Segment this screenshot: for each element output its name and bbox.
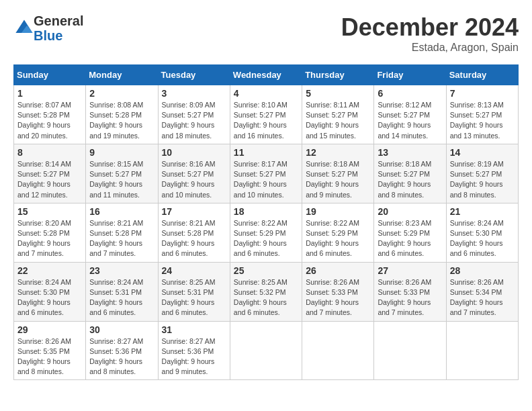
day-info: Sunrise: 8:24 AMSunset: 5:30 PMDaylight:… [450, 219, 504, 258]
table-row: 20 Sunrise: 8:23 AMSunset: 5:29 PMDaylig… [374, 203, 446, 262]
calendar-table: Sunday Monday Tuesday Wednesday Thursday… [13, 64, 519, 380]
table-row: 23 Sunrise: 8:24 AMSunset: 5:31 PMDaylig… [86, 262, 158, 321]
day-info: Sunrise: 8:16 AMSunset: 5:27 PMDaylight:… [162, 160, 216, 199]
table-row: 27 Sunrise: 8:26 AMSunset: 5:33 PMDaylig… [374, 262, 446, 321]
day-info: Sunrise: 8:21 AMSunset: 5:28 PMDaylight:… [89, 219, 143, 258]
table-row: 19 Sunrise: 8:22 AMSunset: 5:29 PMDaylig… [302, 203, 374, 262]
table-row: 31 Sunrise: 8:27 AMSunset: 5:36 PMDaylig… [158, 321, 230, 380]
table-row: 4 Sunrise: 8:10 AMSunset: 5:27 PMDayligh… [230, 85, 302, 144]
table-row [230, 321, 302, 380]
logo-text: General Blue [34, 13, 83, 43]
day-number: 13 [378, 147, 442, 158]
table-row: 15 Sunrise: 8:20 AMSunset: 5:28 PMDaylig… [14, 203, 86, 262]
day-number: 11 [234, 147, 298, 158]
day-info: Sunrise: 8:19 AMSunset: 5:27 PMDaylight:… [450, 160, 504, 199]
table-row: 17 Sunrise: 8:21 AMSunset: 5:28 PMDaylig… [158, 203, 230, 262]
table-row: 10 Sunrise: 8:16 AMSunset: 5:27 PMDaylig… [158, 144, 230, 203]
table-row: 2 Sunrise: 8:08 AMSunset: 5:28 PMDayligh… [86, 85, 158, 144]
day-number: 8 [17, 147, 82, 158]
table-row: 29 Sunrise: 8:26 AMSunset: 5:35 PMDaylig… [14, 321, 86, 380]
day-number: 17 [162, 206, 226, 217]
day-info: Sunrise: 8:14 AMSunset: 5:27 PMDaylight:… [17, 160, 71, 199]
day-info: Sunrise: 8:26 AMSunset: 5:33 PMDaylight:… [306, 278, 359, 317]
day-info: Sunrise: 8:25 AMSunset: 5:32 PMDaylight:… [234, 278, 287, 317]
day-info: Sunrise: 8:17 AMSunset: 5:27 PMDaylight:… [234, 160, 287, 199]
day-info: Sunrise: 8:12 AMSunset: 5:27 PMDaylight:… [378, 101, 431, 140]
day-number: 23 [89, 265, 154, 276]
page-header: General Blue December 2024 Estada, Arago… [13, 13, 519, 54]
col-friday: Friday [374, 65, 446, 85]
day-info: Sunrise: 8:26 AMSunset: 5:33 PMDaylight:… [378, 278, 431, 317]
day-number: 10 [162, 147, 226, 158]
day-info: Sunrise: 8:10 AMSunset: 5:27 PMDaylight:… [234, 101, 287, 140]
day-number: 28 [450, 265, 515, 276]
table-row: 11 Sunrise: 8:17 AMSunset: 5:27 PMDaylig… [230, 144, 302, 203]
table-row: 16 Sunrise: 8:21 AMSunset: 5:28 PMDaylig… [86, 203, 158, 262]
table-row: 30 Sunrise: 8:27 AMSunset: 5:36 PMDaylig… [86, 321, 158, 380]
table-row: 1 Sunrise: 8:07 AMSunset: 5:28 PMDayligh… [14, 85, 86, 144]
day-number: 12 [306, 147, 370, 158]
table-row: 28 Sunrise: 8:26 AMSunset: 5:34 PMDaylig… [446, 262, 518, 321]
day-number: 9 [89, 147, 154, 158]
table-row [302, 321, 374, 380]
table-row: 13 Sunrise: 8:18 AMSunset: 5:27 PMDaylig… [374, 144, 446, 203]
day-number: 16 [89, 206, 154, 217]
day-info: Sunrise: 8:27 AMSunset: 5:36 PMDaylight:… [162, 337, 216, 376]
day-number: 20 [378, 206, 442, 217]
day-number: 22 [17, 265, 82, 276]
calendar-week-row: 22 Sunrise: 8:24 AMSunset: 5:30 PMDaylig… [14, 262, 519, 321]
day-info: Sunrise: 8:21 AMSunset: 5:28 PMDaylight:… [162, 219, 216, 258]
col-tuesday: Tuesday [158, 65, 230, 85]
col-thursday: Thursday [302, 65, 374, 85]
day-number: 7 [450, 88, 515, 99]
day-number: 2 [89, 88, 154, 99]
day-info: Sunrise: 8:08 AMSunset: 5:28 PMDaylight:… [89, 101, 143, 140]
table-row: 14 Sunrise: 8:19 AMSunset: 5:27 PMDaylig… [446, 144, 518, 203]
table-row: 22 Sunrise: 8:24 AMSunset: 5:30 PMDaylig… [14, 262, 86, 321]
day-info: Sunrise: 8:18 AMSunset: 5:27 PMDaylight:… [378, 160, 431, 199]
day-info: Sunrise: 8:07 AMSunset: 5:28 PMDaylight:… [17, 101, 71, 140]
table-row: 3 Sunrise: 8:09 AMSunset: 5:27 PMDayligh… [158, 85, 230, 144]
day-number: 26 [306, 265, 370, 276]
day-number: 4 [234, 88, 298, 99]
day-info: Sunrise: 8:25 AMSunset: 5:31 PMDaylight:… [162, 278, 216, 317]
month-title: December 2024 [341, 13, 519, 42]
logo-blue-text: Blue [34, 28, 83, 43]
table-row: 18 Sunrise: 8:22 AMSunset: 5:29 PMDaylig… [230, 203, 302, 262]
logo-icon [15, 19, 34, 38]
calendar-week-row: 15 Sunrise: 8:20 AMSunset: 5:28 PMDaylig… [14, 203, 519, 262]
day-number: 29 [17, 324, 82, 335]
day-number: 27 [378, 265, 442, 276]
day-number: 21 [450, 206, 515, 217]
calendar-week-row: 1 Sunrise: 8:07 AMSunset: 5:28 PMDayligh… [14, 85, 519, 144]
table-row: 24 Sunrise: 8:25 AMSunset: 5:31 PMDaylig… [158, 262, 230, 321]
table-row: 12 Sunrise: 8:18 AMSunset: 5:27 PMDaylig… [302, 144, 374, 203]
day-info: Sunrise: 8:11 AMSunset: 5:27 PMDaylight:… [306, 101, 359, 140]
table-row: 9 Sunrise: 8:15 AMSunset: 5:27 PMDayligh… [86, 144, 158, 203]
table-row: 21 Sunrise: 8:24 AMSunset: 5:30 PMDaylig… [446, 203, 518, 262]
calendar-header-row: Sunday Monday Tuesday Wednesday Thursday… [14, 65, 519, 85]
day-info: Sunrise: 8:09 AMSunset: 5:27 PMDaylight:… [162, 101, 216, 140]
day-info: Sunrise: 8:22 AMSunset: 5:29 PMDaylight:… [234, 219, 287, 258]
day-number: 18 [234, 206, 298, 217]
day-info: Sunrise: 8:23 AMSunset: 5:29 PMDaylight:… [378, 219, 431, 258]
calendar-week-row: 29 Sunrise: 8:26 AMSunset: 5:35 PMDaylig… [14, 321, 519, 380]
day-number: 1 [17, 88, 82, 99]
table-row: 25 Sunrise: 8:25 AMSunset: 5:32 PMDaylig… [230, 262, 302, 321]
day-number: 24 [162, 265, 226, 276]
day-info: Sunrise: 8:13 AMSunset: 5:27 PMDaylight:… [450, 101, 504, 140]
col-wednesday: Wednesday [230, 65, 302, 85]
day-info: Sunrise: 8:15 AMSunset: 5:27 PMDaylight:… [89, 160, 143, 199]
day-number: 31 [162, 324, 226, 335]
day-number: 14 [450, 147, 515, 158]
day-number: 30 [89, 324, 154, 335]
table-row: 8 Sunrise: 8:14 AMSunset: 5:27 PMDayligh… [14, 144, 86, 203]
day-info: Sunrise: 8:20 AMSunset: 5:28 PMDaylight:… [17, 219, 71, 258]
day-info: Sunrise: 8:22 AMSunset: 5:29 PMDaylight:… [306, 219, 359, 258]
location: Estada, Aragon, Spain [341, 42, 519, 54]
day-info: Sunrise: 8:26 AMSunset: 5:35 PMDaylight:… [17, 337, 71, 376]
logo: General Blue [13, 13, 83, 43]
day-number: 5 [306, 88, 370, 99]
day-number: 25 [234, 265, 298, 276]
logo-general-text: General [34, 13, 83, 28]
